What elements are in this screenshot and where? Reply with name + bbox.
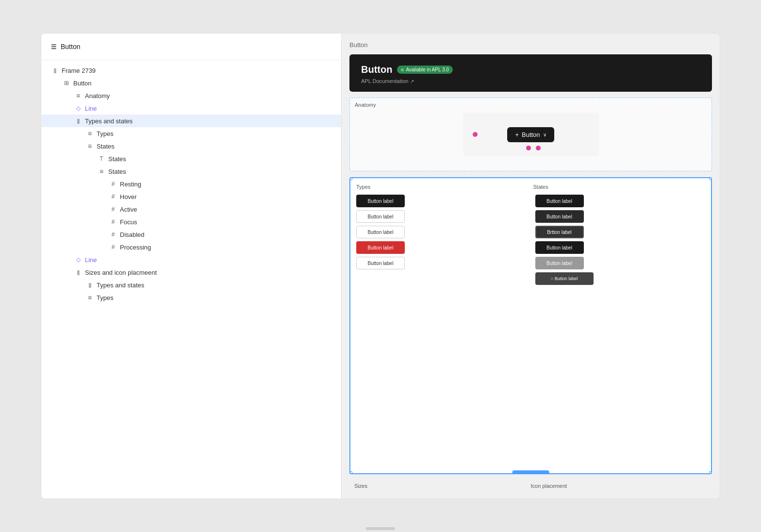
- tree-item-active[interactable]: Active: [41, 203, 341, 216]
- col-state-2: Button label: [530, 210, 706, 223]
- corner-handle-bl: [349, 471, 352, 474]
- tree-item-sizes[interactable]: Sizes and icon placmeent: [41, 266, 341, 279]
- tree-label-link: Line: [85, 105, 341, 112]
- hash-icon: [109, 231, 117, 238]
- design-card-header: Button Available in APL 3.0: [361, 64, 700, 75]
- sizes-label: Sizes: [354, 483, 531, 489]
- col-type-2: Button label: [356, 210, 527, 223]
- btn-type-5[interactable]: Button label: [356, 257, 405, 269]
- tree-label: Hover: [120, 193, 341, 200]
- section-icon: [98, 167, 105, 175]
- tree-item-types-states-2[interactable]: Types and states: [41, 279, 341, 291]
- btn-row-4: Button label Button label: [356, 241, 705, 254]
- tree-item-focus[interactable]: Focus: [41, 216, 341, 228]
- tree-item-line1[interactable]: Line: [41, 102, 341, 115]
- tree-item-anatomy[interactable]: Anatomy: [41, 89, 341, 102]
- tree-label: Disabled: [120, 231, 341, 238]
- availability-badge: Available in APL 3.0: [397, 66, 452, 74]
- col-type-4: Button label: [356, 241, 527, 254]
- tree-item-line2[interactable]: Line: [41, 253, 341, 266]
- hash-icon: [109, 180, 117, 188]
- tree-label: Processing: [120, 244, 341, 251]
- tree-label: Anatomy: [85, 92, 341, 100]
- tree-label-link: Line: [85, 256, 341, 264]
- anatomy-section: Anatomy + Button ∨: [349, 98, 712, 171]
- btn-row-3: Button label Brtton label: [356, 226, 705, 238]
- tree-label: Resting: [120, 181, 341, 188]
- tree-item-resting[interactable]: Resting: [41, 178, 341, 190]
- btn-state-5[interactable]: Button label: [535, 257, 584, 269]
- btn-row-2: Button label Button label: [356, 210, 705, 223]
- tree-label: Types: [97, 294, 341, 301]
- tree-item-types-and-states[interactable]: Types and states: [41, 115, 341, 127]
- btn-state-4[interactable]: Button label: [535, 241, 584, 254]
- col-state-6: ○ Button label: [530, 272, 706, 285]
- design-card-link[interactable]: APL Documentation ↗: [361, 78, 700, 84]
- col-state-5: Button label: [530, 257, 706, 269]
- menu-icon: [51, 42, 57, 51]
- tree-item-types[interactable]: Types: [41, 127, 341, 140]
- col-type-5: Button label: [356, 257, 527, 269]
- btn-type-4[interactable]: Button label: [356, 241, 405, 254]
- tree-item-disabled[interactable]: Disabled: [41, 228, 341, 241]
- btn-state-3[interactable]: Brtton label: [535, 226, 584, 238]
- tree-label: States: [108, 155, 341, 163]
- bars-icon: [74, 268, 82, 276]
- design-card: Button Available in APL 3.0 APL Document…: [349, 54, 712, 92]
- tree-item-processing[interactable]: Processing: [41, 241, 341, 253]
- corner-handle-tr: [709, 177, 712, 180]
- tree-label: Button: [73, 80, 341, 87]
- left-panel: Button Frame 2739 Button Anatomy Line: [41, 33, 342, 499]
- btn-state-1[interactable]: Button label: [535, 195, 584, 207]
- section-icon: [74, 92, 82, 100]
- hash-icon: [109, 243, 117, 251]
- types-label: Types: [356, 184, 370, 190]
- btn-type-1[interactable]: Button label: [356, 195, 405, 207]
- dot-bottom-right: [536, 146, 541, 150]
- tree-item-states-frame[interactable]: States: [41, 165, 341, 178]
- anatomy-button: + Button ∨: [507, 127, 554, 142]
- tree-item-hover[interactable]: Hover: [41, 190, 341, 203]
- tree-label: Types: [97, 130, 341, 137]
- hash-icon: [109, 205, 117, 213]
- col-state-1: Button label: [530, 195, 706, 207]
- tree-label: Sizes and icon placmeent: [85, 269, 341, 276]
- tree-item-button[interactable]: Button: [41, 77, 341, 89]
- ts-header: Types States: [356, 184, 705, 190]
- dot-bottom-left: [526, 146, 531, 150]
- grid-icon: [63, 79, 70, 87]
- corner-handle-br: [709, 471, 712, 474]
- section-icon: [86, 294, 94, 301]
- bottom-labels: Sizes Icon placement: [349, 483, 712, 489]
- btn-type-2[interactable]: Button label: [356, 210, 405, 223]
- tree-content: Frame 2739 Button Anatomy Line Types and…: [41, 60, 341, 499]
- right-panel: Button Button Available in APL 3.0 APL D…: [342, 33, 720, 499]
- anatomy-area: + Button ∨: [356, 103, 706, 166]
- design-card-title: Button: [361, 64, 392, 75]
- btn-state-2[interactable]: Button label: [535, 210, 584, 223]
- btn-state-6[interactable]: ○ Button label: [535, 272, 594, 285]
- tree-label: Types and states: [85, 117, 341, 125]
- panel-header: Button: [41, 33, 341, 60]
- diamond-icon: [74, 256, 82, 264]
- tree-label: States: [108, 168, 341, 175]
- tree-item-types-bottom[interactable]: Types: [41, 291, 341, 304]
- hash-icon: [109, 218, 117, 226]
- icon-placement-label: Icon placement: [531, 483, 708, 489]
- btn-row-6: ○ Button label: [356, 272, 705, 285]
- tree-label: Types and states: [97, 282, 341, 289]
- button-label: Button: [522, 131, 540, 138]
- right-panel-title: Button: [349, 41, 712, 49]
- btn-type-3[interactable]: Button label: [356, 226, 405, 238]
- hug-badge: Hug × Hug: [512, 470, 549, 474]
- dot-left: [473, 132, 478, 137]
- bars-icon: [86, 281, 94, 289]
- plus-icon: +: [515, 131, 519, 138]
- tree-item-states-group[interactable]: States: [41, 140, 341, 152]
- external-link-icon: ↗: [410, 79, 414, 84]
- tree-item-frame2739[interactable]: Frame 2739: [41, 64, 341, 77]
- tree-item-states-text[interactable]: States: [41, 152, 341, 165]
- link-text: APL Documentation: [361, 78, 408, 84]
- bars-icon: [51, 66, 59, 74]
- tree-label: Frame 2739: [62, 67, 341, 74]
